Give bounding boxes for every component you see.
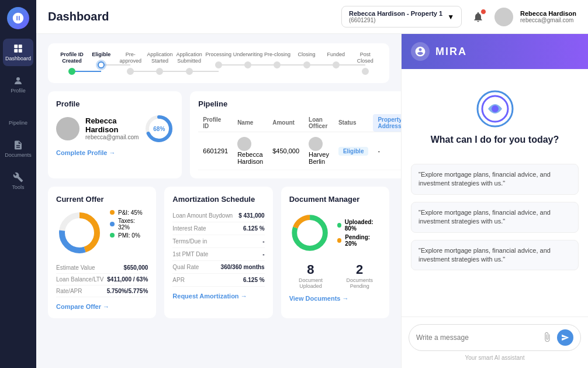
pipeline-card-title: Pipeline [198,99,401,108]
mira-footer: Your smart AI assistant [402,317,588,368]
sidebar-item-documents[interactable]: Documents [3,135,33,163]
sidebar-item-profile[interactable]: Profile [3,71,33,98]
view-documents-link[interactable]: View Documents → [289,295,381,302]
pipeline-avatar [237,137,251,151]
legend-item: PMI: 0% [110,232,148,239]
profile-details: Rebecca Hardison rebecca@gmail.com [85,116,139,140]
amort-row: Terms/Due in- [172,235,264,248]
offer-stats: Estimate Value$650,000 Loan Balance/LTV$… [56,262,148,297]
stat-row: Estimate Value$650,000 [56,262,148,274]
property-selector[interactable]: Rebecca Hardison - Property 1 (6601291) … [341,6,462,27]
header: Dashboard Rebecca Hardison - Property 1 … [36,0,588,34]
step-dot [68,68,75,75]
amort-row: 1st PMT Date- [172,248,264,261]
cell-profile-id: 6601291 [198,132,233,170]
doc-stat-uploaded: 8 DocumentUploaded [289,262,333,289]
legend-item: Taxes: 32% [110,218,148,231]
amortization-card: Amortization Schedule Loan Amount Buydow… [164,187,272,318]
mira-title: MIRA [435,46,467,58]
cell-officer: Harvey Berlin [304,132,334,170]
step-funded: Funded [321,51,351,68]
top-cards: Profile Rebecca Hardison rebecca@gmail.c… [48,91,389,178]
doc-stat-pending: 2 DocumentsPending [338,262,381,289]
avatar [494,8,513,26]
doc-legend-item: Uploaded: 80% [337,219,381,232]
profile-name: Rebecca Hardison [85,116,139,134]
profile-card-title: Profile [56,99,174,108]
cell-amount: $450,000 [268,132,304,170]
profile-header: Rebecca Hardison rebecca@gmail.com 68% [56,114,174,143]
profile-completion-donut: 68% [144,114,174,143]
sidebar-item-pipeline[interactable]: Pipeline [3,103,33,130]
step-processing: Processing [204,51,233,68]
property-id: (6601291) [349,17,442,23]
mira-send-button[interactable] [557,329,573,346]
step-dot [186,68,193,75]
mira-message-input[interactable] [416,333,537,342]
step-profile-id: Profile IDCreated [57,51,87,75]
page-title: Dashboard [48,10,109,23]
sidebar-item-tools[interactable]: Tools [3,167,33,195]
content-area: Profile IDCreated Eligible [36,34,588,368]
documents-title: Document Manager [289,195,381,204]
mira-suggestion-3[interactable]: "Explore mortgage plans, financial advic… [411,240,579,271]
completion-percentage: 68% [153,125,165,132]
complete-profile-link[interactable]: Complete Profile → [56,149,174,156]
offer-title: Current Offer [56,195,148,204]
user-info: Rebecca Hardison rebecca@gmail.com [520,10,576,23]
mira-welcome: What can I do for you today? [411,78,579,157]
step-dot [274,61,281,68]
pipeline-card: Pipeline Profile ID Name Amount Loan Off… [190,91,401,178]
col-status: Status [334,114,373,132]
document-manager-card: Document Manager Uploaded: 80% Pending: … [281,187,389,318]
step-dot [215,61,222,68]
mira-tagline: Your smart AI assistant [409,355,581,361]
col-loan-officer: Loan Officer [304,114,334,132]
sidebar: Dashboard Profile Pipeline Documents Too… [0,0,36,368]
doc-stats: 8 DocumentUploaded 2 DocumentsPending [289,262,381,289]
notification-bell[interactable] [469,8,487,26]
sidebar-item-dashboard[interactable]: Dashboard [3,39,33,66]
step-dot [303,61,310,68]
profile-email: rebecca@gmail.com [85,134,139,140]
offer-legend: P&I: 45% Taxes: 32% PMI: 0% [110,209,148,239]
step-dot [156,68,163,75]
cell-name: Rebecca Hardison [233,132,268,170]
mira-suggestion-1[interactable]: "Explore mortgage plans, financial advic… [411,164,579,195]
step-dot [127,68,134,75]
step-dot [244,61,251,68]
status-badge: Eligible [338,147,369,156]
doc-legend-item: Pending: 20% [337,234,381,247]
compare-offer-link[interactable]: Compare Offer → [56,303,148,310]
app-logo [7,7,29,29]
pipeline-table: Profile ID Name Amount Loan Officer Stat… [198,114,401,170]
offer-layout: P&I: 45% Taxes: 32% PMI: 0% [56,209,148,256]
property-name: Rebecca Hardison - Property 1 [349,10,442,17]
progress-section: Profile IDCreated Eligible [48,43,389,83]
mira-suggestion-2[interactable]: "Explore mortgage plans, financial advic… [411,202,579,233]
stat-row: Loan Balance/LTV$411,000 / 63% [56,274,148,286]
property-info: Rebecca Hardison - Property 1 (6601291) [349,10,442,23]
amort-row: Loan Amount Buydown$ 431,000 [172,209,264,222]
header-right: Rebecca Hardison - Property 1 (6601291) … [341,6,576,27]
user-email: rebecca@gmail.com [520,17,576,23]
svg-rect-3 [19,49,22,53]
pipeline-officer-avatar [309,137,323,151]
table-row[interactable]: 6601291 Rebecca Hardison $450,000 Harvey… [198,132,401,170]
mira-panel: MIRA What can I do for you today? "Explo… [401,34,588,368]
amortization-rows: Loan Amount Buydown$ 431,000 Interest Ra… [172,209,264,287]
profile-card: Profile Rebecca Hardison rebecca@gmail.c… [48,91,182,178]
steps-container: Profile IDCreated Eligible [57,51,380,75]
cell-address: - [373,132,401,170]
step-dot [362,68,369,75]
attach-icon[interactable] [542,332,552,344]
request-amortization-link[interactable]: Request Amortization → [172,293,264,300]
step-dot [98,61,105,68]
svg-point-16 [492,105,499,112]
bottom-cards: Current Offer P&I: 45% T [48,187,389,318]
amort-row: Qual Rate360/360 months [172,261,264,274]
col-name: Name [233,114,268,132]
user-name: Rebecca Hardison [520,10,576,17]
step-dot [333,61,340,68]
legend-item: P&I: 45% [110,209,148,216]
